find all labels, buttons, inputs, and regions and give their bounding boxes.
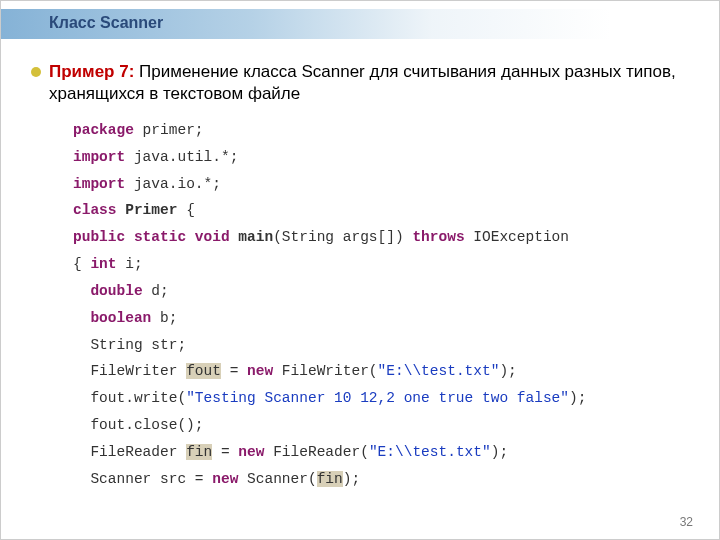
code-main: main xyxy=(238,229,273,245)
code-kw: public static void xyxy=(73,229,230,245)
code-text: i; xyxy=(117,256,143,272)
code-text: b; xyxy=(151,310,177,326)
code-block: package primer; import java.util.*; impo… xyxy=(73,117,586,492)
code-text: FileReader xyxy=(90,444,186,460)
code-text: ); xyxy=(499,363,516,379)
code-text: ); xyxy=(343,471,360,487)
code-kw: class xyxy=(73,202,117,218)
code-text: FileWriter xyxy=(90,363,186,379)
code-var: fin xyxy=(317,471,343,487)
code-kw: new xyxy=(247,363,273,379)
code-kw: int xyxy=(90,256,116,272)
code-text: { xyxy=(177,202,194,218)
code-string: "E:\\test.txt" xyxy=(378,363,500,379)
code-text: fout.write( xyxy=(90,390,186,406)
code-text: Scanner( xyxy=(238,471,316,487)
code-text: (String args[]) xyxy=(273,229,412,245)
code-text: fout.close(); xyxy=(90,417,203,433)
code-text: Scanner src = xyxy=(90,471,212,487)
code-text: java.io.*; xyxy=(125,176,221,192)
example-description: Применение класса Scanner для считывания… xyxy=(49,62,676,103)
code-kw: double xyxy=(90,283,142,299)
code-text: = xyxy=(212,444,238,460)
example-label: Пример 7: xyxy=(49,62,134,81)
bullet-item: Пример 7: Применение класса Scanner для … xyxy=(31,61,689,105)
code-kw: boolean xyxy=(90,310,151,326)
code-text: String str; xyxy=(90,337,186,353)
code-text: d; xyxy=(143,283,169,299)
code-var: fin xyxy=(186,444,212,460)
code-kw: new xyxy=(212,471,238,487)
body-text: Пример 7: Применение класса Scanner для … xyxy=(31,61,689,105)
code-string: "E:\\test.txt" xyxy=(369,444,491,460)
code-text: primer; xyxy=(134,122,204,138)
code-text: FileWriter( xyxy=(273,363,377,379)
code-kw: package xyxy=(73,122,134,138)
code-var: fout xyxy=(186,363,221,379)
code-text: java.util.*; xyxy=(125,149,238,165)
code-kw: throws xyxy=(412,229,464,245)
code-text: FileReader( xyxy=(264,444,368,460)
example-paragraph: Пример 7: Применение класса Scanner для … xyxy=(49,61,689,105)
code-text: IOException xyxy=(465,229,569,245)
page-number: 32 xyxy=(680,515,693,529)
code-text: { xyxy=(73,256,90,272)
slide: Класс Scanner Пример 7: Применение класс… xyxy=(0,0,720,540)
code-kw: new xyxy=(238,444,264,460)
bullet-icon xyxy=(31,67,41,77)
slide-title: Класс Scanner xyxy=(49,14,163,32)
code-text: ); xyxy=(491,444,508,460)
code-string: "Testing Scanner 10 12,2 one true two fa… xyxy=(186,390,569,406)
code-kw: import xyxy=(73,176,125,192)
code-text: = xyxy=(221,363,247,379)
code-class-name: Primer xyxy=(125,202,177,218)
code-text: ); xyxy=(569,390,586,406)
code-kw: import xyxy=(73,149,125,165)
